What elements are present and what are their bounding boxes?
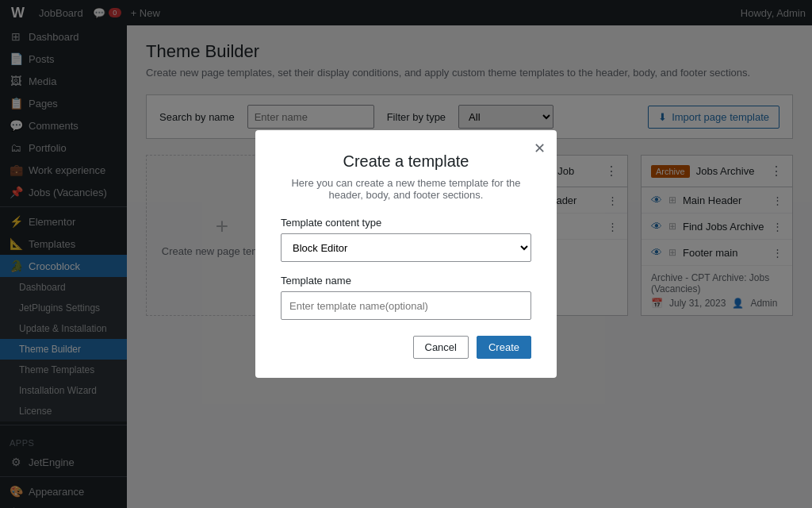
modal-close-button[interactable]: ✕ (534, 140, 546, 157)
content-type-label: Template content type (281, 217, 531, 229)
template-name-label: Template name (281, 275, 531, 287)
create-template-modal: ✕ Create a template Here you can create … (255, 130, 557, 378)
create-button[interactable]: Create (477, 336, 531, 359)
template-name-input[interactable] (281, 291, 531, 320)
content-type-field: Template content type Block Editor Eleme… (281, 217, 531, 262)
content-type-select[interactable]: Block Editor Elementor (281, 233, 531, 262)
modal-description: Here you can create a new theme template… (281, 177, 531, 201)
modal-actions: Cancel Create (281, 336, 531, 359)
modal-title: Create a template (281, 152, 531, 171)
modal-overlay[interactable]: ✕ Create a template Here you can create … (0, 0, 812, 508)
template-name-field: Template name (281, 275, 531, 320)
cancel-button[interactable]: Cancel (413, 336, 469, 359)
